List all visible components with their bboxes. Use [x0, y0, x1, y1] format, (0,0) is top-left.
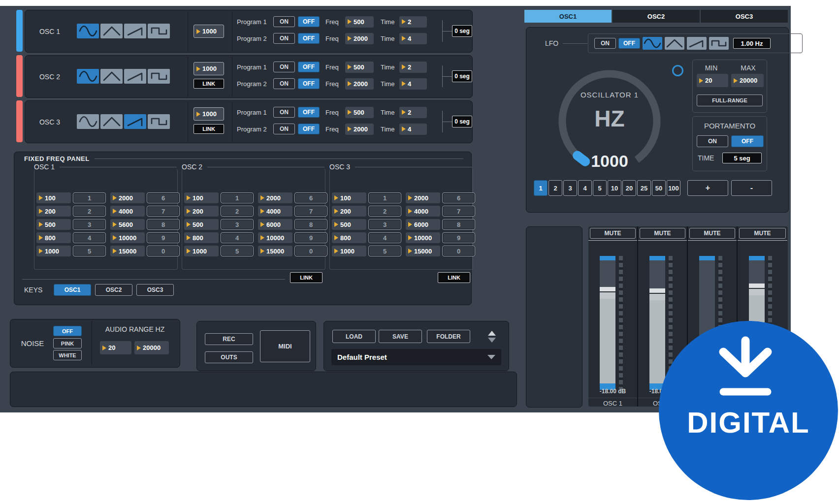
keys-osc2-button[interactable]: OSC2: [95, 284, 132, 296]
program1-on-button[interactable]: ON: [273, 16, 295, 27]
fixed-freq-value-field[interactable]: 2000: [258, 192, 292, 203]
fixed-freq-value-field[interactable]: 15000: [110, 246, 145, 256]
step-button-3[interactable]: 3: [563, 180, 577, 196]
fixed-freq-value-field[interactable]: 10000: [110, 232, 145, 243]
tab-osc1[interactable]: OSC1: [524, 10, 612, 23]
lfo-saw-wave-button[interactable]: [687, 37, 707, 50]
program2-off-button[interactable]: OFF: [298, 124, 320, 134]
program2-off-button[interactable]: OFF: [298, 33, 320, 44]
fixed-freq-key-button[interactable]: 4: [73, 232, 106, 243]
noise-pink-button[interactable]: PINK: [53, 338, 82, 348]
fixed-freq-value-field[interactable]: 200: [184, 206, 219, 217]
portamento-off-button[interactable]: OFF: [731, 135, 764, 147]
fixed-freq-value-field[interactable]: 800: [36, 232, 71, 243]
lfo-triangle-wave-button[interactable]: [665, 37, 684, 50]
fixed-freq-key-button[interactable]: 0: [147, 246, 180, 256]
fixed-freq-value-field[interactable]: 500: [184, 219, 219, 230]
program1-on-button[interactable]: ON: [273, 107, 295, 118]
fixed-freq-key-button[interactable]: 3: [368, 219, 401, 230]
program1-freq-field[interactable]: 500: [345, 62, 374, 73]
fixed-freq-key-button[interactable]: 3: [221, 219, 254, 230]
fixed-freq-value-field[interactable]: 500: [36, 219, 71, 230]
program1-off-button[interactable]: OFF: [298, 107, 320, 118]
mute-button[interactable]: MUTE: [739, 228, 786, 239]
triangle-wave-button[interactable]: [100, 69, 123, 84]
fixed-freq-value-field[interactable]: 800: [184, 232, 219, 243]
spinner-up-icon[interactable]: [488, 331, 496, 336]
lfo-on-button[interactable]: ON: [594, 38, 616, 49]
triangle-wave-button[interactable]: [100, 114, 123, 129]
lfo-sine-wave-button[interactable]: [643, 37, 662, 50]
fixed-freq-value-field[interactable]: 100: [36, 192, 71, 203]
fixed-freq-key-button[interactable]: 4: [368, 232, 401, 243]
fixed-freq-key-button[interactable]: 6: [294, 192, 327, 203]
fixed-freq-key-button[interactable]: 0: [442, 246, 475, 256]
fixed-freq-value-field[interactable]: 1000: [184, 246, 219, 256]
fixed-freq-key-button[interactable]: 8: [294, 219, 327, 230]
program2-freq-field[interactable]: 2000: [345, 78, 374, 90]
saw-wave-button[interactable]: [124, 69, 146, 84]
lfo-square-wave-button[interactable]: [709, 37, 729, 50]
step-button-2[interactable]: 2: [549, 180, 562, 196]
step-button-100[interactable]: 100: [667, 180, 680, 196]
fixed-freq-value-field[interactable]: 100: [332, 192, 366, 203]
increment-button[interactable]: +: [687, 180, 728, 196]
sine-wave-button[interactable]: [77, 69, 99, 84]
fixed-freq-value-field[interactable]: 1000: [332, 246, 366, 256]
program1-off-button[interactable]: OFF: [298, 16, 320, 27]
portamento-on-button[interactable]: ON: [697, 135, 728, 147]
fixed-freq-key-button[interactable]: 0: [294, 246, 327, 256]
tab-osc2[interactable]: OSC2: [613, 10, 700, 23]
midi-button[interactable]: MIDI: [260, 330, 310, 362]
fixed-freq-key-button[interactable]: 6: [442, 192, 475, 203]
audio-range-max-field[interactable]: 20000: [134, 341, 169, 354]
fixed-freq-value-field[interactable]: 200: [332, 206, 366, 217]
mute-button[interactable]: MUTE: [689, 228, 735, 239]
fixed-freq-key-button[interactable]: 9: [294, 232, 327, 243]
rec-button[interactable]: REC: [205, 333, 253, 345]
osc2-link-button[interactable]: LINK: [194, 79, 224, 89]
program2-time-field[interactable]: 4: [399, 78, 427, 90]
program2-time-field[interactable]: 4: [399, 33, 427, 44]
fader-track[interactable]: [600, 256, 615, 390]
step-button-4[interactable]: 4: [578, 180, 592, 196]
osc3-grid-link-button[interactable]: LINK: [438, 272, 470, 283]
saw-wave-button[interactable]: [124, 24, 146, 38]
square-wave-button[interactable]: [148, 24, 170, 38]
program2-freq-field[interactable]: 2000: [345, 124, 374, 135]
fixed-freq-value-field[interactable]: 800: [332, 232, 366, 243]
fixed-freq-value-field[interactable]: 15000: [258, 246, 292, 256]
fixed-freq-key-button[interactable]: 6: [147, 192, 180, 203]
fixed-freq-value-field[interactable]: 2000: [110, 192, 145, 203]
fixed-freq-key-button[interactable]: 9: [147, 232, 180, 243]
fixed-freq-value-field[interactable]: 15000: [406, 246, 440, 256]
fixed-freq-value-field[interactable]: 2000: [406, 192, 440, 203]
load-button[interactable]: LOAD: [332, 330, 376, 343]
program1-time-field[interactable]: 2: [399, 107, 427, 118]
step-button-25[interactable]: 25: [637, 180, 651, 196]
fixed-freq-value-field[interactable]: 1000: [36, 246, 71, 256]
program1-freq-field[interactable]: 500: [345, 107, 374, 118]
fixed-freq-value-field[interactable]: 6000: [258, 219, 292, 230]
fader-track[interactable]: [649, 256, 665, 390]
program2-time-field[interactable]: 4: [399, 124, 427, 135]
fixed-freq-value-field[interactable]: 4000: [258, 206, 292, 217]
osc2-freq-field[interactable]: 1000: [194, 62, 224, 75]
program1-off-button[interactable]: OFF: [298, 62, 320, 72]
mute-button[interactable]: MUTE: [640, 228, 685, 239]
fixed-freq-key-button[interactable]: 1: [368, 192, 401, 203]
step-button-1[interactable]: 1: [534, 180, 548, 196]
fader-handle[interactable]: [600, 287, 615, 299]
fixed-freq-key-button[interactable]: 5: [73, 246, 106, 256]
preset-dropdown[interactable]: Default Preset: [331, 349, 501, 365]
fixed-freq-value-field[interactable]: 4000: [110, 206, 145, 217]
save-button[interactable]: SAVE: [379, 330, 422, 343]
program2-on-button[interactable]: ON: [273, 78, 295, 89]
program1-on-button[interactable]: ON: [273, 62, 295, 72]
fixed-freq-key-button[interactable]: 4: [221, 232, 254, 243]
tab-osc3[interactable]: OSC3: [701, 10, 788, 23]
fixed-freq-key-button[interactable]: 7: [294, 206, 327, 217]
program2-on-button[interactable]: ON: [273, 33, 295, 44]
saw-wave-button[interactable]: [124, 114, 146, 129]
program2-off-button[interactable]: OFF: [298, 78, 320, 89]
